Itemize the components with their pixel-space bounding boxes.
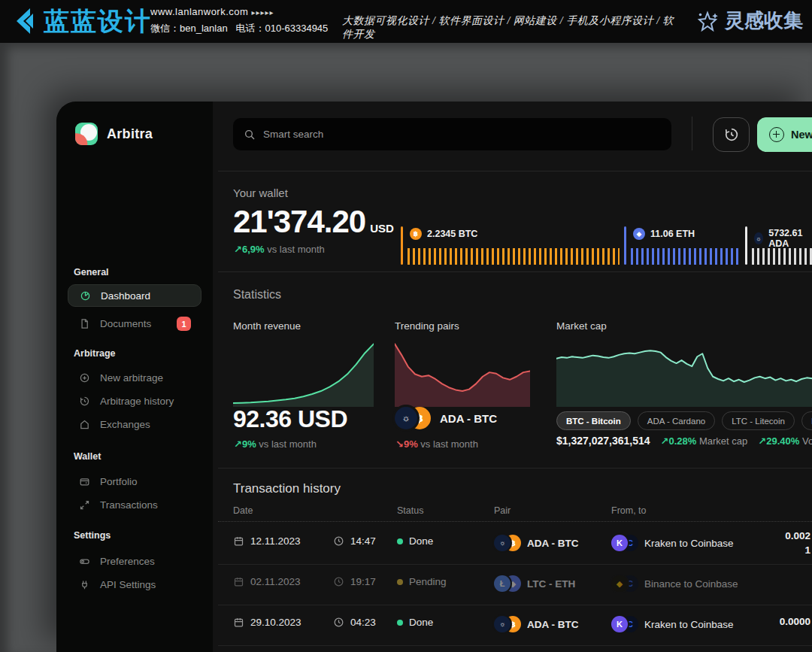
tx-date: 29.10.2023 (233, 617, 301, 628)
transaction-history-title: Transaction history (233, 481, 341, 496)
trending-pairs-chart (395, 341, 530, 407)
sidebar-item-label: Preferences (100, 556, 155, 567)
tag-btc-bitcoin[interactable]: BTC - Bitcoin (556, 411, 631, 430)
ada-icon: ☼ (754, 232, 763, 244)
history-button[interactable] (713, 117, 750, 152)
tx-date: 02.11.2023 (233, 576, 301, 587)
col-pair: Pair (494, 505, 511, 516)
tag-ltc-litecoin[interactable]: LTC - Litecoin (722, 411, 795, 430)
market-cap-value: $1,327,027,361,514 (556, 435, 650, 447)
sidebar-item-label: Portfolio (100, 476, 138, 487)
ada-icon: ☼ (494, 535, 511, 551)
statistics-title: Statistics (233, 288, 281, 302)
ada-holding: ☼ 5732.61 ADA (754, 228, 812, 249)
sidebar-item-new-arbitrage[interactable]: New arbitrage (68, 366, 201, 389)
col-from-to: From, to (611, 505, 647, 516)
market-cap-label: Market cap (556, 320, 607, 332)
table-header-separator (218, 521, 812, 522)
tx-pair: ฿☼ ADA - BTC (494, 535, 579, 551)
wallet-currency: USD (370, 222, 394, 235)
tx-time: 04:23 (333, 617, 376, 628)
ltc-icon: Ł (494, 575, 511, 592)
tx-status: Done (397, 535, 433, 547)
btc-icon: ฿ (410, 228, 422, 240)
topbar-divider (692, 117, 692, 150)
main-area: New a Your wallet Currencies E 21'374.20… (213, 102, 812, 652)
status-dot-pending (397, 579, 403, 585)
search-input[interactable] (263, 129, 661, 140)
search-icon (244, 129, 256, 141)
tx-pair: ◆Ł LTC - ETH (494, 575, 575, 592)
separator (218, 271, 812, 272)
tag-eth-ethereum[interactable]: ETH - Ethereu (801, 411, 812, 430)
banner-logo: 蓝蓝设计 (8, 5, 152, 37)
table-row[interactable]: 02.11.2023 19:17 Pending ◆Ł LTC - ETH C◆… (213, 565, 812, 604)
banner-collect-text: 灵感收集 (725, 8, 803, 34)
tx-time: 14:47 (333, 535, 376, 547)
sidebar-item-label: API Settings (100, 579, 156, 590)
banner-url[interactable]: www.lanlanwork.com (150, 6, 248, 17)
banner-wechat: 微信：ben_lanlan (150, 23, 228, 34)
dashboard-window: Arbitra General Dashboard Documents 1 Ar… (56, 102, 812, 652)
row-separator (218, 645, 812, 646)
sidebar-item-label: Dashboard (101, 290, 150, 302)
banner-logo-text: 蓝蓝设计 (44, 5, 152, 37)
status-dot-done (397, 538, 403, 544)
kraken-icon: K (611, 616, 628, 632)
table-row[interactable]: 29.10.2023 04:23 Done ฿☼ ADA - BTC CK Kr… (213, 605, 812, 644)
exchange-house-icon (79, 419, 90, 430)
section-label-general: General (74, 267, 109, 277)
month-revenue-value: 92.36 USD (233, 405, 347, 433)
ada-icon: ☼ (494, 616, 511, 632)
sidebar-item-arbitrage-history[interactable]: Arbitrage history (68, 390, 201, 412)
binance-icon: ◆ (611, 575, 628, 592)
calendar-icon (233, 535, 244, 547)
banner-phone: 电话：010-63334945 (235, 23, 328, 34)
sidebar-item-documents[interactable]: Documents 1 (68, 312, 201, 335)
col-status: Status (397, 505, 423, 516)
ada-bar-divider (745, 226, 747, 265)
tx-route: CK Kraken to Coinbase (611, 616, 734, 632)
new-arbitrage-button-label: New a (791, 129, 812, 141)
btc-bars (408, 248, 620, 265)
sidebar: Arbitra General Dashboard Documents 1 Ar… (56, 102, 213, 652)
section-label-settings: Settings (74, 530, 111, 541)
tx-route: CK Kraken to Coinbase (611, 535, 734, 551)
banner-collect-link[interactable]: 灵感收集 (696, 8, 803, 34)
status-dot-done (397, 620, 403, 626)
eth-bars (631, 248, 741, 265)
tag-ada-cardano[interactable]: ADA - Cardano (638, 411, 715, 430)
kraken-icon: K (611, 535, 628, 551)
tx-status: Pending (397, 576, 447, 587)
sidebar-item-transactions[interactable]: Transactions (68, 493, 201, 516)
sidebar-item-portfolio[interactable]: Portfolio (68, 470, 201, 493)
tx-date: 12.11.2023 (233, 535, 301, 547)
plug-icon (79, 579, 90, 590)
wallet-amount: 21'374.20USD (233, 204, 394, 240)
search-bar[interactable] (233, 118, 671, 150)
calendar-icon (233, 576, 244, 587)
sidebar-item-label: Exchanges (100, 419, 150, 430)
sidebar-item-api-settings[interactable]: API Settings (68, 573, 201, 596)
separator (218, 171, 812, 171)
ada-icon: ☼ (395, 407, 417, 429)
separator (218, 468, 812, 469)
sparkle-star-icon (696, 10, 719, 32)
section-label-arbitrage: Arbitrage (74, 348, 116, 359)
document-icon (79, 318, 90, 329)
new-arbitrage-button[interactable]: New a (757, 117, 812, 152)
trending-pairs-change: ↘9% vs last month (395, 438, 478, 450)
col-date: Date (233, 505, 253, 516)
sidebar-item-preferences[interactable]: Preferences (68, 550, 201, 572)
wallet-change: ↗6,9% vs last month (234, 244, 325, 255)
dashboard-pie-icon (80, 290, 91, 302)
sidebar-item-exchanges[interactable]: Exchanges (68, 413, 201, 435)
sidebar-item-label: New arbitrage (100, 372, 163, 384)
wallet-title: Your wallet (233, 187, 288, 199)
btc-holding: ฿ 2.2345 BTC (410, 228, 477, 240)
tx-amount: 0.002 1 (785, 529, 810, 557)
table-row[interactable]: 12.11.2023 14:47 Done ฿☼ ADA - BTC CK Kr… (213, 524, 812, 563)
top-banner: 蓝蓝设计 www.lanlanwork.com ▸▸▸▸▸ 微信：ben_lan… (0, 0, 812, 43)
clock-icon (333, 576, 344, 587)
sidebar-item-dashboard[interactable]: Dashboard (68, 284, 201, 307)
